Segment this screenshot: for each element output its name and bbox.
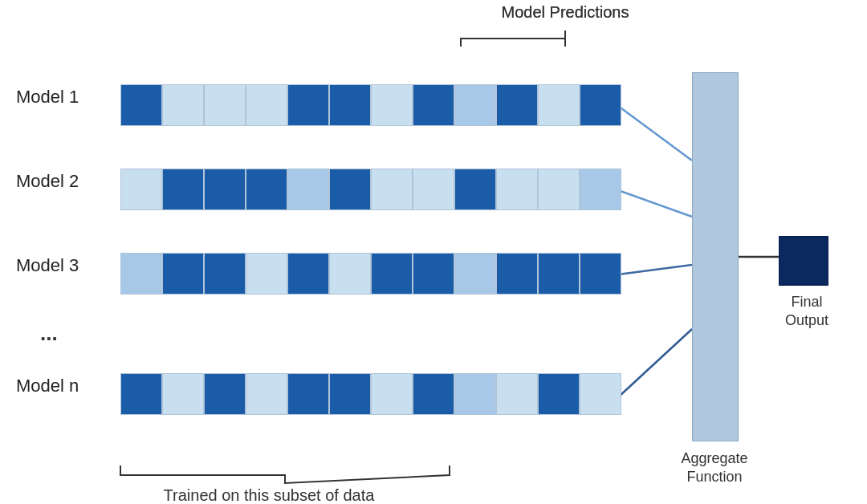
model1-blocks [120,84,621,126]
final-output-label: Final Output [771,293,843,331]
block [371,373,413,415]
block [246,253,287,295]
block [246,84,287,126]
diagram-container: Model Predictions Model 1 Model 2 Model … [0,0,867,504]
aggregate-function-block [692,72,739,441]
block [580,373,621,415]
block [162,253,204,295]
block [454,253,496,295]
block [120,253,162,295]
block [454,84,496,126]
block [329,169,371,210]
block [580,84,621,126]
block [413,169,454,210]
block [413,373,454,415]
block [496,169,538,210]
block [580,169,621,210]
block [538,253,580,295]
block [580,253,621,295]
model-predictions-title: Model Predictions [461,3,670,22]
block [120,169,162,210]
model2-label: Model 2 [16,171,79,192]
block [287,373,329,415]
block [371,253,413,295]
block [454,373,496,415]
block [204,84,246,126]
block [329,253,371,295]
block [538,373,580,415]
trained-subset-label: Trained on this subset of data [80,486,458,504]
block [204,169,246,210]
block [246,169,287,210]
block [246,373,287,415]
model1-label: Model 1 [16,87,79,108]
block [329,84,371,126]
svg-line-2 [618,190,692,217]
block [287,253,329,295]
svg-line-1 [618,106,692,161]
block [496,84,538,126]
block [454,169,496,210]
block [371,84,413,126]
block [496,373,538,415]
block [413,253,454,295]
block [120,84,162,126]
modeln-blocks [120,373,621,415]
svg-line-4 [618,329,692,397]
block [162,169,204,210]
model2-blocks [120,169,621,210]
block [538,84,580,126]
block [538,169,580,210]
block [371,169,413,210]
block [329,373,371,415]
block [413,84,454,126]
block [287,84,329,126]
block [162,373,204,415]
block [204,373,246,415]
block [287,169,329,210]
modeln-label: Model n [16,376,79,396]
model3-blocks [120,253,621,295]
block [120,373,162,415]
block [204,253,246,295]
model3-label: Model 3 [16,255,79,276]
svg-line-3 [618,265,692,274]
aggregate-function-label: AggregateFunction [678,449,751,487]
final-output-block [779,236,828,286]
block [162,84,204,126]
ellipsis-label: ... [40,321,58,346]
block [496,253,538,295]
